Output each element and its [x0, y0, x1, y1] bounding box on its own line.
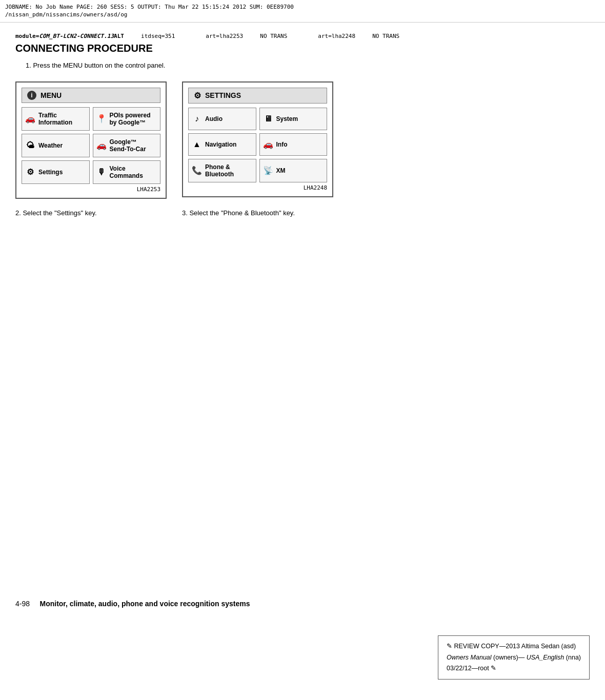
- header-line1: JOBNAME: No Job Name PAGE: 260 SESS: 5 O…: [5, 3, 600, 11]
- menu-screen: i MENU 🚗 Traffic Information 📍 POIs powe…: [15, 81, 167, 199]
- no-trans-1: NO TRANS: [260, 33, 287, 39]
- menu-diagram-wrapper: i MENU 🚗 Traffic Information 📍 POIs powe…: [15, 81, 167, 199]
- main-content: module=COM_BT-LCN2-CONNECT.13ALT itdseq=…: [0, 23, 605, 227]
- itdseq: itdseq=351: [141, 33, 175, 39]
- phone-bluetooth-label: Phone & Bluetooth: [205, 163, 234, 178]
- bottom-section: 4-98 Monitor, climate, audio, phone and …: [15, 600, 590, 608]
- menu-header: i MENU: [22, 88, 160, 103]
- navigation-icon: ▲: [192, 140, 202, 149]
- settings-icon: ⚙: [25, 167, 35, 177]
- audio-icon: ♪: [192, 114, 202, 123]
- settings-grid: ♪ Audio 🖥 System ▲ Navigation: [188, 108, 327, 182]
- art-label-2: art=lha2248: [318, 33, 355, 39]
- module-meta: module=COM_BT-LCN2-CONNECT.13ALT itdseq=…: [15, 33, 175, 39]
- navigation-label: Navigation: [205, 141, 236, 148]
- menu-header-label: MENU: [41, 91, 62, 99]
- art-label-1: art=lha2253: [206, 33, 243, 39]
- art-meta-1: art=lha2253 NO TRANS: [206, 33, 287, 39]
- footer-text: Monitor, climate, audio, phone and voice…: [39, 600, 250, 608]
- xm-button[interactable]: 📡 XM: [259, 159, 328, 182]
- section-title: CONNECTING PROCEDURE: [15, 43, 590, 54]
- system-button[interactable]: 🖥 System: [259, 108, 328, 130]
- review-language: USA_English: [527, 654, 564, 661]
- info-label: Info: [276, 141, 288, 148]
- traffic-icon: 🚗: [25, 114, 35, 123]
- art-meta-2: art=lha2248 NO TRANS: [318, 33, 399, 39]
- navigation-button[interactable]: ▲ Navigation: [188, 133, 256, 156]
- no-trans-2: NO TRANS: [372, 33, 399, 39]
- xm-label: XM: [276, 167, 286, 174]
- settings-header-label: SETTINGS: [205, 91, 241, 99]
- caption-2: 2. Select the "Settings" key.: [15, 209, 167, 217]
- menu-grid: 🚗 Traffic Information 📍 POIs powered by …: [22, 107, 160, 184]
- review-language-suffix: (nna): [566, 654, 581, 661]
- review-line2: Owners Manual (owners)— USA_English (nna…: [447, 652, 581, 663]
- weather-label: Weather: [38, 142, 63, 149]
- gear-icon: ⚙: [194, 91, 201, 100]
- page-footer: 4-98 Monitor, climate, audio, phone and …: [15, 600, 590, 608]
- lha-2248-label: LHA2248: [188, 184, 327, 191]
- review-box: ✎ REVIEW COPY—2013 Altima Sedan (asd) Ow…: [438, 635, 590, 680]
- audio-label: Audio: [205, 115, 223, 122]
- voice-commands-label: Voice Commands: [110, 165, 143, 179]
- settings-header: ⚙ SETTINGS: [188, 88, 327, 104]
- pois-label: POIs powered by Google™: [110, 112, 151, 126]
- review-owners-text: (owners)—: [493, 654, 525, 661]
- system-icon: 🖥: [263, 114, 273, 123]
- voice-commands-button[interactable]: 🎙 Voice Commands: [93, 160, 161, 184]
- google-send-icon: 🚗: [96, 140, 107, 150]
- lha-2253-label: LHA2253: [22, 186, 160, 193]
- phone-icon: 📞: [192, 166, 202, 175]
- system-label: System: [276, 115, 298, 122]
- meta-row: module=COM_BT-LCN2-CONNECT.13ALT itdseq=…: [15, 33, 590, 39]
- captions-row: 2. Select the "Settings" key. 3. Select …: [15, 209, 590, 217]
- pois-button[interactable]: 📍 POIs powered by Google™: [93, 107, 161, 131]
- settings-diagram-wrapper: ⚙ SETTINGS ♪ Audio 🖥 System: [182, 81, 333, 197]
- settings-screen: ⚙ SETTINGS ♪ Audio 🖥 System: [182, 81, 333, 197]
- traffic-info-label: Traffic Information: [38, 112, 72, 126]
- info-button[interactable]: 🚗 Info: [259, 133, 328, 156]
- weather-button[interactable]: 🌤 Weather: [22, 134, 90, 157]
- review-line3: 03/22/12—root ✎: [447, 663, 581, 674]
- settings-button[interactable]: ⚙ Settings: [22, 160, 90, 184]
- header-line2: /nissan_pdm/nissancims/owners/asd/og: [5, 11, 600, 18]
- caption-3: 3. Select the "Phone & Bluetooth" key.: [182, 209, 333, 217]
- review-line1: ✎ REVIEW COPY—2013 Altima Sedan (asd): [447, 641, 581, 652]
- page-number: 4-98: [15, 600, 30, 608]
- xm-icon: 📡: [263, 166, 273, 175]
- page-header: JOBNAME: No Job Name PAGE: 260 SESS: 5 O…: [0, 0, 605, 23]
- voice-icon: 🎙: [96, 168, 107, 177]
- google-send-label: Google™ Send-To-Car: [110, 138, 146, 153]
- info-btn-icon: 🚗: [263, 139, 273, 149]
- step1-text: 1. Press the MENU button on the control …: [26, 60, 590, 71]
- pois-icon: 📍: [96, 114, 107, 123]
- weather-icon: 🌤: [25, 141, 35, 150]
- info-icon: i: [27, 91, 36, 100]
- traffic-info-button[interactable]: 🚗 Traffic Information: [22, 107, 90, 131]
- google-send-button[interactable]: 🚗 Google™ Send-To-Car: [93, 134, 161, 157]
- audio-button[interactable]: ♪ Audio: [188, 108, 256, 130]
- diagrams-row: i MENU 🚗 Traffic Information 📍 POIs powe…: [15, 81, 590, 199]
- module-label: module=COM_BT-LCN2-CONNECT.13ALT: [15, 33, 124, 39]
- review-owners-manual: Owners Manual: [447, 654, 492, 661]
- phone-bluetooth-button[interactable]: 📞 Phone & Bluetooth: [188, 159, 256, 182]
- settings-label: Settings: [38, 169, 63, 176]
